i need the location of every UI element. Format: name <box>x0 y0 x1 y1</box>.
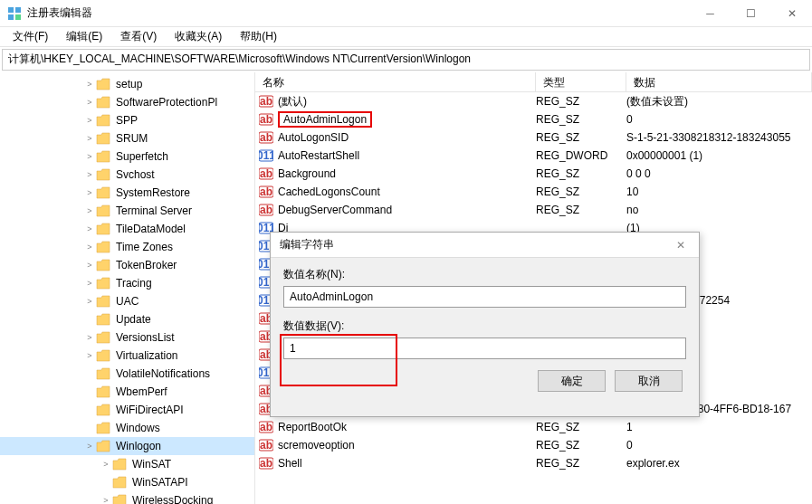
string-icon: ab <box>259 94 273 109</box>
expander-icon[interactable]: > <box>100 496 112 504</box>
address-bar[interactable]: 计算机\HKEY_LOCAL_MACHINE\SOFTWARE\Microsof… <box>2 49 810 71</box>
expander-icon[interactable]: > <box>83 442 96 451</box>
string-icon: ab <box>259 112 273 127</box>
folder-icon <box>112 494 127 504</box>
expander-icon[interactable]: > <box>83 80 96 89</box>
tree-item[interactable]: >Tracing <box>0 274 254 292</box>
value-name-input[interactable] <box>283 286 686 308</box>
expander-icon[interactable]: > <box>83 152 96 161</box>
value-row[interactable]: abBackgroundREG_SZ0 0 0 <box>255 165 812 183</box>
folder-icon <box>96 295 110 308</box>
value-type: REG_SZ <box>536 457 626 470</box>
dialog-titlebar[interactable]: 编辑字符串 ✕ <box>271 233 699 258</box>
dialog-title: 编辑字符串 <box>280 237 334 252</box>
value-data: no <box>626 204 812 216</box>
folder-icon <box>96 96 110 109</box>
tree-item[interactable]: >Virtualization <box>0 347 254 365</box>
value-row[interactable]: abDebugServerCommandREG_SZno <box>255 201 812 219</box>
value-data: S-1-5-21-3308218312-183243055 <box>626 131 812 144</box>
menu-view[interactable]: 查看(V) <box>113 27 164 46</box>
tree-item[interactable]: >SPP <box>0 111 254 129</box>
expander-icon[interactable]: > <box>83 134 96 143</box>
tree-item[interactable]: >setup <box>0 75 254 93</box>
menu-favorites[interactable]: 收藏夹(A) <box>167 27 229 46</box>
string-icon: ab <box>259 420 273 434</box>
tree-label: Virtualization <box>114 348 179 363</box>
expander-icon[interactable]: > <box>83 188 96 197</box>
value-data-input[interactable] <box>283 338 686 359</box>
tree-label: WiFiDirectAPI <box>114 403 186 417</box>
value-row[interactable]: abscremoveoptionREG_SZ0 <box>255 436 812 454</box>
tree-panel[interactable]: >setup>SoftwareProtectionPl>SPP>SRUM>Sup… <box>0 72 255 504</box>
tree-item[interactable]: >WinSAT <box>0 455 254 473</box>
dialog-close-button[interactable]: ✕ <box>663 233 699 258</box>
menu-help[interactable]: 帮助(H) <box>233 27 284 46</box>
col-type[interactable]: 类型 <box>536 72 626 91</box>
menu-file[interactable]: 文件(F) <box>5 27 55 46</box>
expander-icon[interactable]: > <box>83 116 96 125</box>
tree-item[interactable]: WbemPerf <box>0 383 254 401</box>
tree-item[interactable]: >SRUM <box>0 129 254 147</box>
value-name: AutoRestartShell <box>278 149 359 162</box>
value-type: REG_SZ <box>536 113 626 126</box>
svg-text:ab: ab <box>260 457 272 470</box>
tree-item[interactable]: >VersionsList <box>0 328 254 347</box>
tree-label: SystemRestore <box>114 185 192 200</box>
value-data-label: 数值数据(V): <box>283 319 686 334</box>
tree-item[interactable]: >SoftwareProtectionPl <box>0 93 254 111</box>
value-row[interactable]: abReportBootOkREG_SZ1 <box>255 418 812 436</box>
close-button[interactable]: ✕ <box>771 0 812 27</box>
tree-item[interactable]: >Svchost <box>0 166 254 184</box>
svg-text:ab: ab <box>260 95 272 108</box>
value-row[interactable]: abAutoLogonSIDREG_SZS-1-5-21-3308218312-… <box>255 128 812 147</box>
expander-icon[interactable]: > <box>83 98 96 107</box>
tree-label: Terminal Server <box>114 204 194 218</box>
expander-icon[interactable]: > <box>83 224 96 233</box>
value-row[interactable]: 011AutoRestartShellREG_DWORD0x00000001 (… <box>255 147 812 165</box>
expander-icon[interactable]: > <box>83 170 96 179</box>
folder-icon <box>96 114 110 127</box>
tree-item[interactable]: >Superfetch <box>0 147 254 166</box>
expander-icon[interactable]: > <box>83 297 96 306</box>
col-name[interactable]: 名称 <box>255 72 536 91</box>
value-row[interactable]: abAutoAdminLogonREG_SZ0 <box>255 110 812 128</box>
value-data: 1 <box>626 421 812 433</box>
tree-item[interactable]: >SystemRestore <box>0 184 254 202</box>
tree-item[interactable]: >Time Zones <box>0 238 254 256</box>
value-type: REG_SZ <box>536 131 626 144</box>
folder-icon <box>96 168 110 181</box>
ok-button[interactable]: 确定 <box>538 370 606 392</box>
tree-item[interactable]: >WirelessDocking <box>0 491 254 504</box>
expander-icon[interactable]: > <box>83 279 96 288</box>
tree-item[interactable]: WinSATAPI <box>0 473 254 491</box>
tree-item[interactable]: WiFiDirectAPI <box>0 401 254 419</box>
maximize-button[interactable]: ☐ <box>731 0 771 27</box>
expander-icon[interactable]: > <box>83 333 96 342</box>
tree-item[interactable]: Update <box>0 310 254 328</box>
value-row[interactable]: abShellREG_SZexplorer.ex <box>255 454 812 472</box>
expander-icon[interactable]: > <box>83 206 96 215</box>
tree-item[interactable]: >TokenBroker <box>0 256 254 274</box>
expander-icon[interactable]: > <box>83 242 96 252</box>
tree-item[interactable]: Windows <box>0 419 254 437</box>
value-row[interactable]: abCachedLogonsCountREG_SZ10 <box>255 183 812 201</box>
tree-label: SoftwareProtectionPl <box>114 95 219 109</box>
tree-item[interactable]: >Terminal Server <box>0 202 254 220</box>
tree-item[interactable]: >Winlogon <box>0 437 254 455</box>
expander-icon[interactable]: > <box>83 351 96 360</box>
value-type: REG_SZ <box>536 439 626 452</box>
tree-item[interactable]: VolatileNotifications <box>0 365 254 383</box>
value-type: REG_SZ <box>536 421 626 433</box>
cancel-button[interactable]: 取消 <box>615 370 683 392</box>
value-type: REG_SZ <box>536 167 626 180</box>
value-type: REG_SZ <box>536 204 626 216</box>
expander-icon[interactable]: > <box>100 460 112 469</box>
tree-label: SRUM <box>114 131 149 146</box>
tree-item[interactable]: >UAC <box>0 292 254 310</box>
tree-item[interactable]: >TileDataModel <box>0 220 254 238</box>
value-row[interactable]: ab(默认)REG_SZ(数值未设置) <box>255 92 812 110</box>
expander-icon[interactable]: > <box>83 261 96 270</box>
menu-edit[interactable]: 编辑(E) <box>59 27 110 46</box>
col-data[interactable]: 数据 <box>626 72 812 91</box>
minimize-button[interactable]: ─ <box>690 0 731 27</box>
